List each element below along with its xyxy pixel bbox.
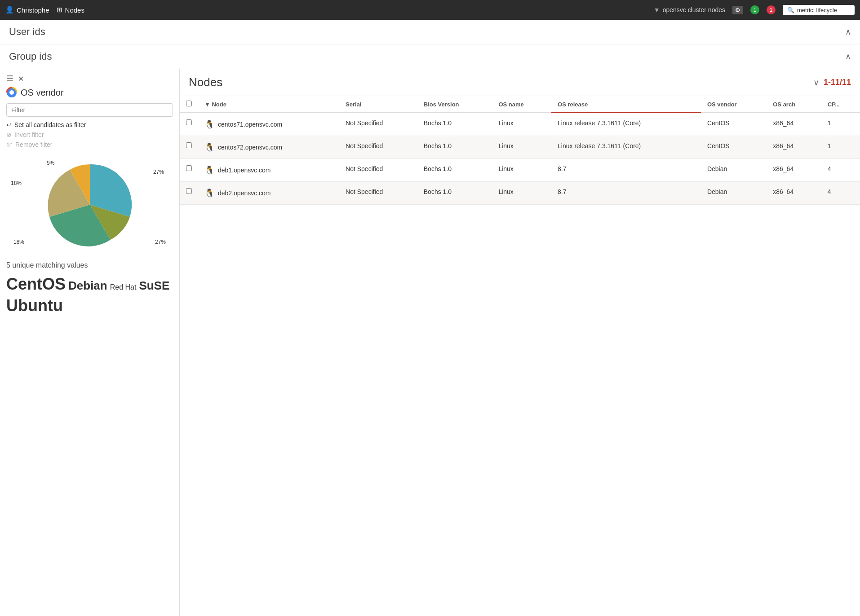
user-ids-section[interactable]: User ids ∧ [0, 20, 860, 44]
os-vendor-icon [6, 87, 17, 98]
linux-icon: 🐧 [204, 119, 214, 129]
linux-icon: 🐧 [204, 188, 214, 198]
cell-os-name: Linux [492, 113, 551, 136]
collapse-icon[interactable]: ∨ [813, 78, 819, 88]
table-header: ▼ Node Serial Bios Version OS name OS re… [180, 96, 860, 113]
col-os-arch[interactable]: OS arch [767, 96, 821, 113]
gear-button[interactable]: ⚙ [732, 6, 743, 14]
cell-os-release: 8.7 [551, 182, 701, 205]
remove-filter-action: 🗑 Remove filter [6, 141, 173, 148]
cell-node: 🐧 centos72.opensvc.com [198, 136, 339, 159]
grid-icon: ⊞ [57, 6, 62, 14]
search-text: metric: lifecycle [797, 7, 837, 13]
nodes-label: Nodes [65, 6, 84, 14]
user-menu[interactable]: 👤 Christophe [5, 6, 49, 14]
unique-values-text: 5 unique matching values [6, 261, 173, 269]
cell-os-vendor: Debian [701, 159, 767, 182]
row-checkbox-cell [180, 113, 198, 136]
cell-serial: Not Specified [339, 113, 417, 136]
cell-bios: Bochs 1.0 [417, 159, 492, 182]
vendor-suse[interactable]: SuSE [139, 279, 169, 293]
node-name[interactable]: deb2.opensvc.com [218, 189, 271, 197]
col-node[interactable]: ▼ Node [198, 96, 339, 113]
nodes-section: Nodes ∨ 1-11/11 ▼ Node S [180, 69, 860, 616]
row-checkbox-cell [180, 159, 198, 182]
main-layout: ☰ ✕ OS vendor ↩ Set all candidates as fi… [0, 69, 860, 616]
svg-point-1 [9, 90, 14, 95]
user-ids-chevron: ∧ [845, 27, 851, 37]
pie-label-27-top: 27% [153, 169, 164, 175]
cell-os-arch: x86_64 [767, 182, 821, 205]
badge-green[interactable]: 1 [750, 5, 759, 14]
vendor-centos[interactable]: CentOS [6, 275, 66, 294]
linux-icon: 🐧 [204, 142, 214, 152]
col-os-name[interactable]: OS name [492, 96, 551, 113]
cell-os-arch: x86_64 [767, 159, 821, 182]
row-checkbox[interactable] [186, 119, 192, 125]
select-all-checkbox[interactable] [186, 101, 192, 106]
group-ids-chevron: ∧ [845, 52, 851, 62]
cell-cp: 1 [821, 113, 860, 136]
set-filter-action[interactable]: ↩ Set all candidates as filter [6, 121, 173, 128]
sidebar-menu-button[interactable]: ☰ [6, 74, 13, 84]
search-box[interactable]: 🔍 metric: lifecycle [783, 5, 855, 15]
cell-bios: Bochs 1.0 [417, 136, 492, 159]
nodes-title: Nodes [189, 75, 222, 89]
row-checkbox[interactable] [186, 142, 192, 148]
filter-display: ▼ opensvc cluster nodes [654, 6, 725, 13]
col-os-vendor[interactable]: OS vendor [701, 96, 767, 113]
vendor-tags: CentOS Debian Red Hat SuSE Ubuntu [6, 275, 173, 315]
cell-serial: Not Specified [339, 182, 417, 205]
header-checkbox-col [180, 96, 198, 113]
sidebar-close-button[interactable]: ✕ [18, 75, 24, 83]
cell-cp: 4 [821, 182, 860, 205]
cell-os-release: Linux release 7.3.1611 (Core) [551, 136, 701, 159]
table-row: 🐧 centos72.opensvc.com Not Specified Boc… [180, 136, 860, 159]
filter-input[interactable] [6, 103, 173, 117]
cell-os-name: Linux [492, 136, 551, 159]
group-ids-title: Group ids [9, 51, 52, 62]
cell-serial: Not Specified [339, 136, 417, 159]
trash-icon: 🗑 [6, 141, 13, 148]
node-name[interactable]: centos72.opensvc.com [218, 144, 282, 151]
nodes-table: ▼ Node Serial Bios Version OS name OS re… [180, 96, 860, 205]
set-filter-label: Set all candidates as filter [14, 121, 86, 128]
badge-red[interactable]: 1 [767, 5, 776, 14]
sidebar: ☰ ✕ OS vendor ↩ Set all candidates as fi… [0, 69, 180, 616]
row-checkbox[interactable] [186, 165, 192, 171]
pie-label-18-left: 18% [11, 180, 22, 186]
invert-filter-action: ⊘ Invert filter [6, 131, 173, 138]
user-ids-title: User ids [9, 26, 45, 38]
vendor-debian[interactable]: Debian [68, 279, 107, 293]
node-name[interactable]: deb1.opensvc.com [218, 167, 271, 174]
col-serial[interactable]: Serial [339, 96, 417, 113]
nodes-nav[interactable]: ⊞ Nodes [57, 6, 84, 14]
cell-cp: 4 [821, 159, 860, 182]
cell-bios: Bochs 1.0 [417, 182, 492, 205]
cell-os-vendor: CentOS [701, 136, 767, 159]
user-icon: 👤 [5, 6, 14, 14]
username: Christophe [17, 6, 49, 14]
sort-arrow: ▼ [204, 101, 212, 108]
cell-os-vendor: CentOS [701, 113, 767, 136]
node-name[interactable]: centos71.opensvc.com [218, 121, 282, 128]
col-bios[interactable]: Bios Version [417, 96, 492, 113]
vendor-redhat[interactable]: Red Hat [110, 283, 137, 291]
cell-node: 🐧 deb2.opensvc.com [198, 182, 339, 205]
invert-label: Invert filter [14, 131, 44, 138]
col-os-release[interactable]: OS release [551, 96, 701, 113]
cell-node: 🐧 deb1.opensvc.com [198, 159, 339, 182]
group-ids-section[interactable]: Group ids ∧ [0, 44, 860, 69]
cell-serial: Not Specified [339, 159, 417, 182]
row-checkbox[interactable] [186, 188, 192, 194]
linux-icon: 🐧 [204, 165, 214, 175]
filter-icon: ▼ [654, 6, 660, 13]
vendor-ubuntu[interactable]: Ubuntu [6, 296, 63, 315]
invert-icon: ⊘ [6, 131, 12, 138]
col-cp[interactable]: CP... [821, 96, 860, 113]
pie-label-27-bottom: 27% [155, 239, 166, 245]
nodes-count: 1-11/11 [824, 78, 851, 87]
table-row: 🐧 deb2.opensvc.com Not Specified Bochs 1… [180, 182, 860, 205]
remove-label: Remove filter [15, 141, 52, 148]
pie-chart-svg [45, 160, 135, 250]
